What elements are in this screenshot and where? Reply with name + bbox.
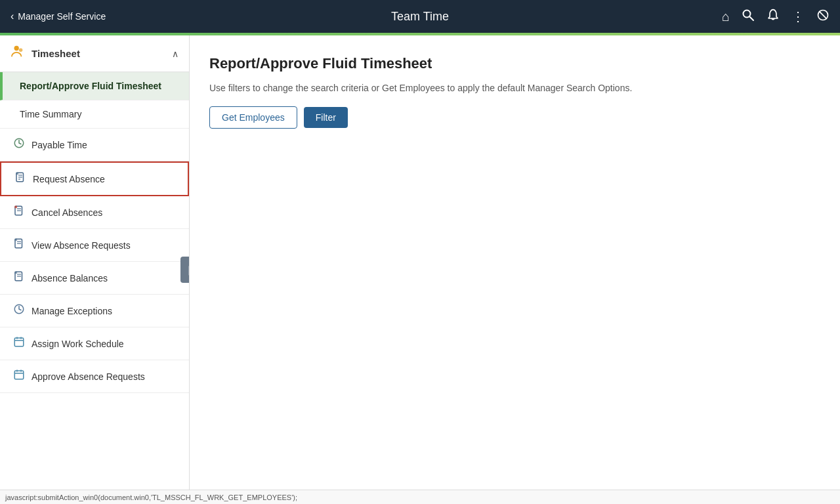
payable-time-icon [13, 137, 25, 152]
filter-button[interactable]: Filter [304, 107, 348, 128]
description-text: Use filters to change the search criteri… [209, 83, 820, 93]
bell-icon[interactable] [766, 9, 780, 25]
sidebar-item-request-absence[interactable]: Request Absence [0, 161, 189, 196]
sidebar-item-absence-balances[interactable]: Absence Balances [0, 262, 189, 295]
sidebar-item-label: Time Summary [20, 109, 81, 119]
sidebar-item-label: View Absence Requests [32, 240, 131, 251]
sidebar-item-approve-absence-requests[interactable]: Approve Absence Requests [0, 360, 189, 393]
sidebar-item-time-summary[interactable]: Time Summary [0, 100, 189, 129]
request-absence-icon [14, 171, 26, 186]
timesheet-icon [10, 45, 25, 62]
sidebar-section-header-left: Timesheet [10, 45, 80, 62]
collapse-icon: ❙ [186, 264, 190, 275]
topbar-title: Team Time [391, 10, 449, 24]
main-content: Report/Approve Fluid Timesheet Use filte… [190, 35, 840, 504]
sidebar-item-label: Approve Absence Requests [32, 371, 145, 382]
sidebar-item-label: Request Absence [33, 174, 105, 184]
sidebar-item-assign-work-schedule[interactable]: Assign Work Schedule [0, 327, 189, 360]
sidebar-item-label: Manage Exceptions [32, 306, 112, 316]
block-icon[interactable] [816, 9, 830, 25]
sidebar: Timesheet ∧ Report/Approve Fluid Timeshe… [0, 35, 190, 504]
back-label: Manager Self Service [18, 11, 106, 22]
svg-point-5 [19, 49, 23, 52]
assign-work-schedule-icon [13, 336, 25, 351]
svg-rect-11 [16, 173, 18, 175]
sidebar-item-label: Payable Time [32, 140, 87, 150]
button-row: Get Employees Filter [209, 106, 820, 129]
cancel-absences-icon [13, 205, 25, 220]
more-icon[interactable]: ⋮ [791, 9, 805, 24]
sidebar-section-title: Timesheet [32, 48, 80, 59]
sidebar-section-header[interactable]: Timesheet ∧ [0, 35, 189, 72]
sidebar-item-label: Cancel Absences [32, 207, 102, 218]
sidebar-item-label: Report/Approve Fluid Timesheet [20, 81, 161, 91]
absence-balances-icon [13, 270, 25, 285]
sidebar-item-payable-time[interactable]: Payable Time [0, 129, 189, 161]
sidebar-item-label: Absence Balances [32, 273, 108, 284]
sidebar-item-label: Assign Work Schedule [32, 339, 124, 349]
sidebar-item-cancel-absences[interactable]: Cancel Absences [0, 196, 189, 229]
svg-line-1 [750, 16, 754, 20]
svg-point-4 [14, 46, 19, 51]
svg-line-3 [819, 11, 827, 19]
manage-exceptions-icon [13, 303, 25, 318]
topbar: ‹ Manager Self Service Team Time ⌂ ⋮ [0, 0, 840, 33]
svg-rect-25 [14, 338, 24, 346]
home-icon[interactable]: ⌂ [722, 9, 730, 24]
sidebar-chevron-icon: ∧ [172, 49, 178, 59]
statusbar: javascript:submitAction_win0(document.wi… [0, 490, 840, 504]
svg-rect-15 [14, 206, 17, 209]
back-arrow-icon: ‹ [10, 10, 14, 22]
layout: Timesheet ∧ Report/Approve Fluid Timeshe… [0, 35, 840, 504]
sidebar-item-manage-exceptions[interactable]: Manage Exceptions [0, 295, 189, 327]
page-title: Report/Approve Fluid Timesheet [209, 55, 820, 72]
svg-rect-19 [14, 239, 17, 242]
sidebar-item-report-approve[interactable]: Report/Approve Fluid Timesheet [0, 72, 189, 100]
back-button[interactable]: ‹ Manager Self Service [10, 10, 106, 22]
approve-absence-requests-icon [13, 369, 25, 384]
svg-rect-23 [14, 272, 17, 274]
topbar-left: ‹ Manager Self Service [10, 10, 106, 22]
statusbar-text: javascript:submitAction_win0(document.wi… [5, 494, 297, 501]
sidebar-item-view-absence-requests[interactable]: View Absence Requests [0, 229, 189, 262]
sidebar-collapse-button[interactable]: ❙ [180, 257, 190, 283]
get-employees-button[interactable]: Get Employees [209, 106, 297, 129]
search-icon[interactable] [742, 9, 755, 25]
topbar-icons: ⌂ ⋮ [722, 9, 830, 25]
view-absence-requests-icon [13, 238, 25, 253]
svg-rect-29 [14, 371, 24, 379]
